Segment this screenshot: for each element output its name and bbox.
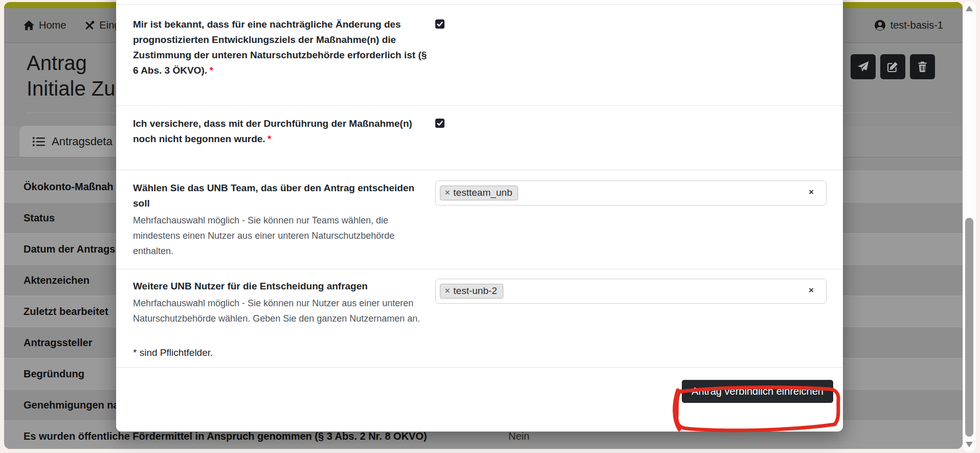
scrollbar[interactable] — [963, 1, 976, 452]
confirmation-2-control-col — [435, 116, 827, 147]
tab-antragsdetails[interactable]: Antragsdeta — [19, 126, 126, 157]
required-asterisk: * — [209, 65, 213, 76]
submit-application-button[interactable]: Antrag verbindlich einreichen — [682, 380, 833, 403]
confirmation-1-control-col — [435, 17, 827, 78]
edit-button[interactable] — [880, 54, 905, 79]
confirmation-row-1: Mir ist bekannt, dass für eine nachträgl… — [116, 4, 843, 105]
modal-footer: Antrag verbindlich einreichen — [116, 367, 843, 413]
nav-home-label: Home — [39, 19, 66, 31]
unb-users-label-col: Weitere UNB Nutzer für die Entscheidung … — [133, 279, 427, 326]
scrollbar-down-arrow-icon[interactable] — [966, 442, 973, 447]
user-name: test-basis-1 — [890, 19, 943, 31]
required-fields-note: * sind Pflichtfelder. — [116, 338, 843, 367]
modal-top-cutoff — [116, 0, 843, 4]
unb-team-select[interactable]: × testteam_unb × — [435, 180, 827, 206]
confirmation-1-checkbox[interactable] — [435, 19, 444, 29]
nav-item-home[interactable]: Home — [24, 19, 66, 31]
pen-square-icon — [887, 61, 898, 72]
selected-tag: × test-unb-2 — [440, 284, 503, 299]
tab-label: Antragsdeta — [52, 135, 113, 148]
checkmark-icon — [436, 20, 443, 28]
unb-team-control-col: × testteam_unb × — [435, 180, 827, 259]
unb-users-help: Mehrfachauswahl möglich - Sie können nur… — [133, 296, 427, 326]
unb-team-row: Wählen Sie das UNB Team, das über den An… — [116, 170, 843, 269]
tools-icon — [84, 20, 95, 31]
tag-remove-icon[interactable]: × — [445, 287, 450, 295]
scrollbar-thumb[interactable] — [965, 218, 973, 437]
row-label: Es wurden öffentliche Fördermittel in An… — [24, 431, 508, 442]
person-circle-icon — [874, 19, 886, 31]
unb-users-select[interactable]: × test-unb-2 × — [435, 279, 827, 304]
unb-team-help: Mehrfachauswahl möglich - Sie können nur… — [133, 213, 427, 259]
screen: Home Eingri test-basis-1 Antrag Initiale… — [0, 0, 980, 453]
list-icon — [33, 137, 45, 147]
selected-tag: × testteam_unb — [440, 186, 518, 200]
required-asterisk: * — [268, 133, 271, 144]
confirmation-1-label-col: Mir ist bekannt, dass für eine nachträgl… — [133, 17, 427, 78]
unb-users-control-col: × test-unb-2 × — [435, 279, 827, 326]
confirmation-2-checkbox[interactable] — [435, 119, 444, 128]
unb-team-label-col: Wählen Sie das UNB Team, das über den An… — [133, 180, 427, 259]
user-menu[interactable]: test-basis-1 — [874, 19, 943, 31]
unb-users-row: Weitere UNB Nutzer für die Entscheidung … — [116, 269, 843, 338]
select-clear-icon[interactable]: × — [809, 187, 814, 197]
home-icon — [24, 20, 34, 30]
confirmation-1-label: Mir ist bekannt, dass für eine nachträgl… — [133, 19, 427, 76]
confirmation-2-label: Ich versichere, dass mit der Durchführun… — [133, 118, 412, 144]
tag-remove-icon[interactable]: × — [445, 189, 450, 197]
checkmark-icon — [436, 120, 443, 127]
confirmation-row-2: Ich versichere, dass mit der Durchführun… — [116, 105, 843, 170]
tag-label: testteam_unb — [453, 187, 512, 198]
scrollbar-up-arrow-icon[interactable] — [966, 6, 973, 11]
send-button[interactable] — [851, 54, 876, 79]
tag-label: test-unb-2 — [453, 285, 497, 297]
trash-icon — [918, 61, 927, 72]
confirmation-2-label-col: Ich versichere, dass mit der Durchführun… — [133, 116, 427, 147]
select-clear-icon[interactable]: × — [809, 285, 814, 296]
paper-plane-icon — [857, 61, 869, 73]
submit-application-modal: Mir ist bekannt, dass für eine nachträgl… — [116, 0, 843, 432]
delete-button[interactable] — [910, 54, 935, 79]
header-actions — [851, 54, 935, 79]
unb-team-label: Wählen Sie das UNB Team, das über den An… — [133, 180, 427, 211]
unb-users-label: Weitere UNB Nutzer für die Entscheidung … — [133, 279, 427, 294]
row-value: Nein — [508, 431, 529, 442]
